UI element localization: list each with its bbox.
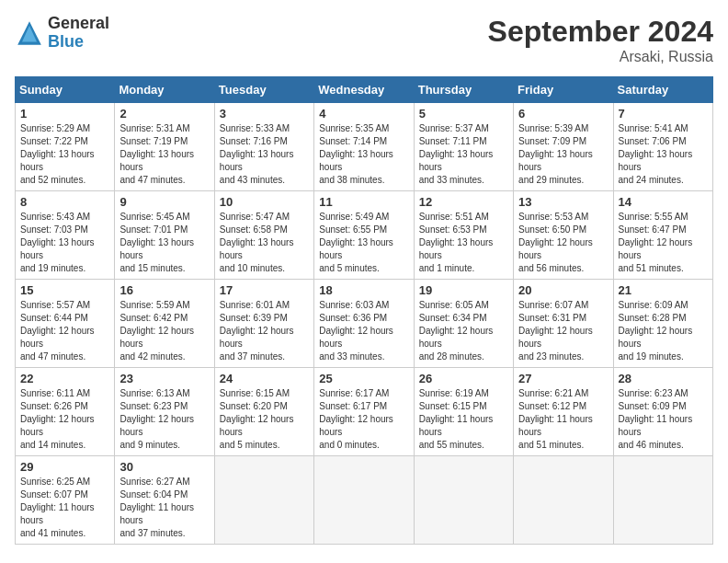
table-row: 28Sunrise: 6:23 AMSunset: 6:09 PMDayligh…	[613, 368, 712, 456]
table-row: 5Sunrise: 5:37 AMSunset: 7:11 PMDaylight…	[414, 103, 513, 191]
day-number: 23	[119, 372, 209, 385]
table-row	[214, 456, 313, 545]
table-row: 6Sunrise: 5:39 AMSunset: 7:09 PMDaylight…	[514, 103, 613, 191]
calendar-week-row: 1Sunrise: 5:29 AMSunset: 7:22 PMDaylight…	[16, 103, 713, 191]
day-info: Sunrise: 6:23 AMSunset: 6:09 PMDaylight:…	[619, 387, 708, 452]
table-row	[414, 456, 513, 545]
day-info: Sunrise: 5:47 AMSunset: 6:58 PMDaylight:…	[220, 211, 309, 275]
day-info: Sunrise: 6:07 AMSunset: 6:31 PMDaylight:…	[518, 299, 608, 363]
day-info: Sunrise: 5:59 AMSunset: 6:42 PMDaylight:…	[119, 299, 209, 363]
calendar-week-row: 15Sunrise: 5:57 AMSunset: 6:44 PMDayligh…	[16, 280, 713, 368]
logo-icon	[15, 18, 44, 48]
day-number: 16	[119, 283, 209, 297]
day-number: 15	[20, 283, 109, 297]
day-number: 10	[220, 195, 309, 209]
table-row: 16Sunrise: 5:59 AMSunset: 6:42 PMDayligh…	[115, 280, 214, 368]
col-thursday: Thursday	[414, 77, 513, 103]
table-row: 9Sunrise: 5:45 AMSunset: 7:01 PMDaylight…	[115, 191, 214, 280]
day-info: Sunrise: 6:15 AMSunset: 6:20 PMDaylight:…	[220, 387, 309, 452]
table-row	[514, 456, 613, 545]
table-row: 27Sunrise: 6:21 AMSunset: 6:12 PMDayligh…	[514, 368, 613, 456]
day-number: 14	[619, 195, 708, 209]
table-row: 7Sunrise: 5:41 AMSunset: 7:06 PMDaylight…	[613, 103, 712, 191]
day-info: Sunrise: 5:51 AMSunset: 6:53 PMDaylight:…	[419, 211, 508, 275]
day-number: 2	[119, 107, 209, 121]
day-info: Sunrise: 5:41 AMSunset: 7:06 PMDaylight:…	[619, 122, 708, 187]
title-block: September 2024 Arsaki, Russia	[488, 15, 713, 65]
table-row	[613, 456, 712, 545]
table-row: 19Sunrise: 6:05 AMSunset: 6:34 PMDayligh…	[414, 280, 513, 368]
table-row: 22Sunrise: 6:11 AMSunset: 6:26 PMDayligh…	[16, 368, 115, 456]
table-row: 2Sunrise: 5:31 AMSunset: 7:19 PMDaylight…	[115, 103, 214, 191]
table-row: 14Sunrise: 5:55 AMSunset: 6:47 PMDayligh…	[613, 191, 712, 280]
table-row: 23Sunrise: 6:13 AMSunset: 6:23 PMDayligh…	[115, 368, 214, 456]
day-info: Sunrise: 6:17 AMSunset: 6:17 PMDaylight:…	[319, 387, 408, 452]
day-number: 8	[20, 195, 109, 209]
day-number: 12	[419, 195, 508, 209]
table-row: 13Sunrise: 5:53 AMSunset: 6:50 PMDayligh…	[514, 191, 613, 280]
day-info: Sunrise: 5:53 AMSunset: 6:50 PMDaylight:…	[518, 211, 608, 275]
table-row: 20Sunrise: 6:07 AMSunset: 6:31 PMDayligh…	[514, 280, 613, 368]
day-info: Sunrise: 6:27 AMSunset: 6:04 PMDaylight:…	[119, 476, 209, 540]
table-row: 8Sunrise: 5:43 AMSunset: 7:03 PMDaylight…	[16, 191, 115, 280]
day-number: 27	[518, 372, 608, 385]
table-row	[314, 456, 414, 545]
day-number: 26	[419, 372, 508, 385]
month-title: September 2024	[488, 15, 713, 49]
calendar-header-row: Sunday Monday Tuesday Wednesday Thursday…	[16, 77, 713, 103]
day-info: Sunrise: 5:55 AMSunset: 6:47 PMDaylight:…	[619, 211, 708, 275]
table-row: 29Sunrise: 6:25 AMSunset: 6:07 PMDayligh…	[16, 456, 115, 545]
day-number: 6	[518, 107, 608, 121]
day-number: 4	[319, 107, 408, 121]
day-number: 3	[220, 107, 309, 121]
day-number: 17	[220, 283, 309, 297]
day-number: 25	[319, 372, 408, 385]
table-row: 18Sunrise: 6:03 AMSunset: 6:36 PMDayligh…	[314, 280, 414, 368]
table-row: 11Sunrise: 5:49 AMSunset: 6:55 PMDayligh…	[314, 191, 414, 280]
day-info: Sunrise: 6:13 AMSunset: 6:23 PMDaylight:…	[119, 387, 209, 452]
logo: General Blue	[15, 15, 109, 52]
table-row: 24Sunrise: 6:15 AMSunset: 6:20 PMDayligh…	[214, 368, 313, 456]
col-saturday: Saturday	[613, 77, 712, 103]
table-row: 3Sunrise: 5:33 AMSunset: 7:16 PMDaylight…	[214, 103, 313, 191]
table-row: 25Sunrise: 6:17 AMSunset: 6:17 PMDayligh…	[314, 368, 414, 456]
logo-blue-text: Blue	[48, 32, 84, 51]
day-info: Sunrise: 5:49 AMSunset: 6:55 PMDaylight:…	[319, 211, 408, 275]
col-monday: Monday	[115, 77, 214, 103]
calendar-week-row: 29Sunrise: 6:25 AMSunset: 6:07 PMDayligh…	[16, 456, 713, 545]
table-row: 12Sunrise: 5:51 AMSunset: 6:53 PMDayligh…	[414, 191, 513, 280]
day-number: 24	[220, 372, 309, 385]
day-info: Sunrise: 5:33 AMSunset: 7:16 PMDaylight:…	[220, 122, 309, 187]
table-row: 17Sunrise: 6:01 AMSunset: 6:39 PMDayligh…	[214, 280, 313, 368]
page-header: General Blue September 2024 Arsaki, Russ…	[15, 15, 713, 65]
day-number: 18	[319, 283, 408, 297]
day-info: Sunrise: 5:29 AMSunset: 7:22 PMDaylight:…	[20, 122, 109, 187]
location: Arsaki, Russia	[488, 49, 713, 65]
table-row: 26Sunrise: 6:19 AMSunset: 6:15 PMDayligh…	[414, 368, 513, 456]
day-info: Sunrise: 5:43 AMSunset: 7:03 PMDaylight:…	[20, 211, 109, 275]
table-row: 30Sunrise: 6:27 AMSunset: 6:04 PMDayligh…	[115, 456, 214, 545]
col-wednesday: Wednesday	[314, 77, 414, 103]
day-number: 22	[20, 372, 109, 385]
table-row: 21Sunrise: 6:09 AMSunset: 6:28 PMDayligh…	[613, 280, 712, 368]
day-info: Sunrise: 6:19 AMSunset: 6:15 PMDaylight:…	[419, 387, 508, 452]
day-number: 19	[419, 283, 508, 297]
day-info: Sunrise: 6:03 AMSunset: 6:36 PMDaylight:…	[319, 299, 408, 363]
day-info: Sunrise: 5:57 AMSunset: 6:44 PMDaylight:…	[20, 299, 109, 363]
day-number: 28	[619, 372, 708, 385]
day-number: 7	[619, 107, 708, 121]
day-number: 29	[20, 460, 109, 474]
table-row: 15Sunrise: 5:57 AMSunset: 6:44 PMDayligh…	[16, 280, 115, 368]
day-info: Sunrise: 6:25 AMSunset: 6:07 PMDaylight:…	[20, 476, 109, 540]
day-info: Sunrise: 6:05 AMSunset: 6:34 PMDaylight:…	[419, 299, 508, 363]
day-number: 1	[20, 107, 109, 121]
day-info: Sunrise: 6:11 AMSunset: 6:26 PMDaylight:…	[20, 387, 109, 452]
day-info: Sunrise: 5:35 AMSunset: 7:14 PMDaylight:…	[319, 122, 408, 187]
day-info: Sunrise: 5:31 AMSunset: 7:19 PMDaylight:…	[119, 122, 209, 187]
day-number: 20	[518, 283, 608, 297]
col-friday: Friday	[514, 77, 613, 103]
day-info: Sunrise: 5:45 AMSunset: 7:01 PMDaylight:…	[119, 211, 209, 275]
table-row: 1Sunrise: 5:29 AMSunset: 7:22 PMDaylight…	[16, 103, 115, 191]
col-sunday: Sunday	[16, 77, 115, 103]
calendar-week-row: 22Sunrise: 6:11 AMSunset: 6:26 PMDayligh…	[16, 368, 713, 456]
